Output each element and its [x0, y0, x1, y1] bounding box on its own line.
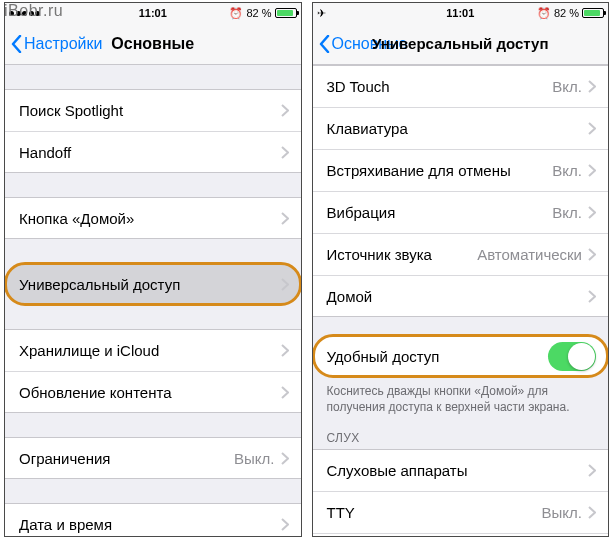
row-storage-icloud[interactable]: Хранилище и iCloud — [5, 329, 301, 371]
phone-right: ✈ 11:01 ⏰ 82 % Основные Универсальный до… — [312, 2, 610, 537]
row-label: Домой — [327, 288, 589, 305]
row-label: Поиск Spotlight — [19, 102, 281, 119]
chevron-right-icon — [588, 206, 596, 219]
chevron-right-icon — [588, 248, 596, 261]
row-home-button[interactable]: Кнопка «Домой» — [5, 197, 301, 239]
back-label: Настройки — [24, 35, 102, 53]
row-label: Кнопка «Домой» — [19, 210, 281, 227]
chevron-right-icon — [588, 464, 596, 477]
reachability-footer: Коснитесь дважды кнопки «Домой» для полу… — [313, 377, 609, 417]
row-background-refresh[interactable]: Обновление контента — [5, 371, 301, 413]
chevron-right-icon — [281, 278, 289, 291]
chevron-right-icon — [281, 146, 289, 159]
battery-icon — [275, 8, 297, 18]
navigation-bar: Основные Универсальный доступ — [313, 23, 609, 65]
row-shake-undo[interactable]: Встряхивание для отмены Вкл. — [313, 149, 609, 191]
chevron-left-icon — [319, 35, 330, 53]
row-label: Источник звука — [327, 246, 478, 263]
phone-left: 11:01 ⏰ 82 % Настройки Основные Поиск Sp… — [4, 2, 302, 537]
row-value: Вкл. — [552, 204, 582, 221]
row-label: TTY — [327, 504, 542, 521]
status-bar: ✈ 11:01 ⏰ 82 % — [313, 3, 609, 23]
row-value: Выкл. — [234, 450, 274, 467]
chevron-right-icon — [588, 290, 596, 303]
row-handoff[interactable]: Handoff — [5, 131, 301, 173]
reachability-toggle[interactable] — [548, 342, 596, 371]
chevron-right-icon — [281, 104, 289, 117]
row-tty[interactable]: TTY Выкл. — [313, 491, 609, 533]
chevron-left-icon — [11, 35, 22, 53]
row-sound-source[interactable]: Источник звука Автоматически — [313, 233, 609, 275]
watermark-text: iBobr.ru — [4, 2, 63, 20]
row-restrictions[interactable]: Ограничения Выкл. — [5, 437, 301, 479]
row-3d-touch[interactable]: 3D Touch Вкл. — [313, 65, 609, 107]
chevron-right-icon — [281, 212, 289, 225]
chevron-right-icon — [588, 506, 596, 519]
row-date-time[interactable]: Дата и время — [5, 503, 301, 536]
row-vibration[interactable]: Вибрация Вкл. — [313, 191, 609, 233]
row-label: Хранилище и iCloud — [19, 342, 281, 359]
chevron-right-icon — [588, 80, 596, 93]
chevron-right-icon — [281, 344, 289, 357]
row-label: Встряхивание для отмены — [327, 162, 553, 179]
row-label: Ограничения — [19, 450, 234, 467]
row-home[interactable]: Домой — [313, 275, 609, 317]
row-flash-alerts[interactable]: Вспышка предупреждений — [313, 533, 609, 536]
row-label: Дата и время — [19, 516, 281, 533]
chevron-right-icon — [281, 386, 289, 399]
back-button[interactable]: Настройки — [11, 35, 102, 53]
battery-icon — [582, 8, 604, 18]
row-label: Универсальный доступ — [19, 276, 281, 293]
row-label: Вибрация — [327, 204, 553, 221]
chevron-right-icon — [588, 164, 596, 177]
status-time: 11:01 — [313, 7, 609, 19]
accessibility-list[interactable]: 3D Touch Вкл. Клавиатура Встряхивание дл… — [313, 65, 609, 536]
chevron-right-icon — [281, 452, 289, 465]
section-header-hearing: слух — [313, 417, 609, 449]
row-value: Вкл. — [552, 78, 582, 95]
settings-list[interactable]: Поиск Spotlight Handoff Кнопка «Домой» У… — [5, 65, 301, 536]
row-reachability[interactable]: Удобный доступ — [313, 335, 609, 377]
row-label: Handoff — [19, 144, 281, 161]
row-label: Клавиатура — [327, 120, 589, 137]
row-accessibility[interactable]: Универсальный доступ — [5, 263, 301, 305]
row-label: Удобный доступ — [327, 348, 549, 365]
row-label: Обновление контента — [19, 384, 281, 401]
back-button[interactable]: Основные — [319, 35, 408, 53]
navigation-bar: Настройки Основные — [5, 23, 301, 65]
row-hearing-aids[interactable]: Слуховые аппараты — [313, 449, 609, 491]
row-label: 3D Touch — [327, 78, 553, 95]
row-label: Слуховые аппараты — [327, 462, 589, 479]
row-value: Автоматически — [477, 246, 582, 263]
row-keyboard[interactable]: Клавиатура — [313, 107, 609, 149]
chevron-right-icon — [281, 518, 289, 531]
chevron-right-icon — [588, 122, 596, 135]
row-value: Выкл. — [542, 504, 582, 521]
back-label: Основные — [332, 35, 408, 53]
row-value: Вкл. — [552, 162, 582, 179]
row-spotlight[interactable]: Поиск Spotlight — [5, 89, 301, 131]
